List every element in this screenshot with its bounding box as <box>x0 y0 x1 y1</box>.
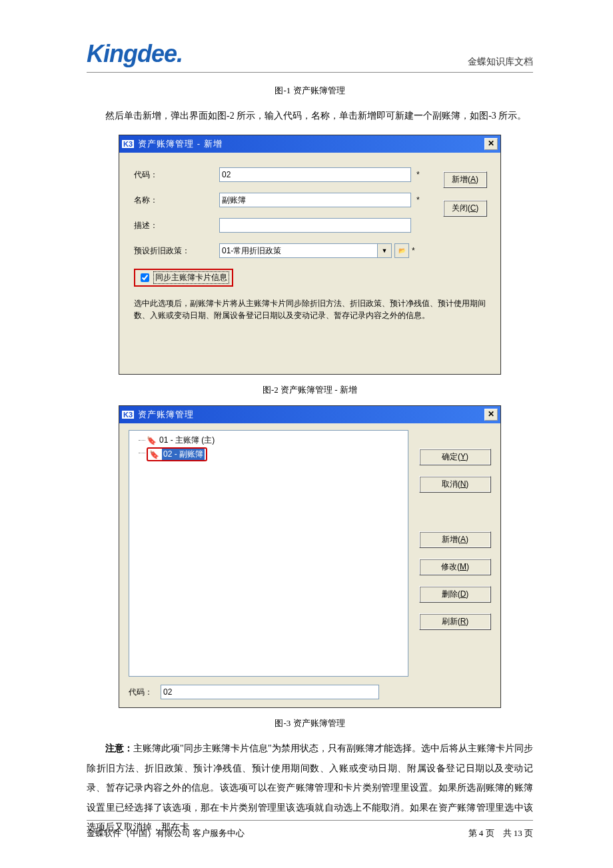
dialog-add-screenshot: K3 资产账簿管理 - 新增 ✕ 代码： * 名称： * 描述： 预设折旧政策： <box>119 135 501 375</box>
tree-item-main[interactable]: 🔖 01 - 主账簿 (主) <box>135 435 402 446</box>
modify-button[interactable]: 修改(M) <box>419 559 491 575</box>
add-button[interactable]: 新增(A) <box>443 171 487 188</box>
sync-checkbox-label: 同步主账簿卡片信息 <box>153 271 229 284</box>
figure-1-caption: 图-1 资产账簿管理 <box>87 85 533 97</box>
footer-company: 金蝶软件（中国）有限公司 客户服务中心 <box>87 827 245 839</box>
policy-input[interactable] <box>219 243 378 258</box>
logo: Kingdee. <box>87 40 183 68</box>
add-button[interactable]: 新增(A) <box>419 531 491 548</box>
dialog2-title: 资产账簿管理 <box>138 409 484 421</box>
tree-item-label: 01 - 主账簿 (主) <box>159 435 215 446</box>
paragraph-2-text: 主账簿此项"同步主账簿卡片信息"为禁用状态，只有副账簿才能选择。选中后将从主账簿… <box>87 743 533 832</box>
ok-button[interactable]: 确定(Y) <box>419 449 491 465</box>
page-footer: 金蝶软件（中国）有限公司 客户服务中心 第 4 页 共 13 页 <box>87 820 533 839</box>
footer-pagenum: 第 4 页 共 13 页 <box>468 827 534 839</box>
close-icon[interactable]: ✕ <box>484 409 498 421</box>
label-desc: 描述： <box>134 220 219 231</box>
cancel-button[interactable]: 取消(N) <box>419 476 491 493</box>
figure-3-caption: 图-3 资产账簿管理 <box>87 717 533 729</box>
page-header: Kingdee. 金蝶知识库文档 <box>87 40 533 73</box>
code-display-input[interactable] <box>161 685 379 699</box>
doc-title: 金蝶知识库文档 <box>468 56 533 68</box>
chevron-down-icon[interactable]: ▼ <box>377 243 392 258</box>
book-icon: 🔖 <box>149 450 159 459</box>
delete-button[interactable]: 删除(D) <box>419 586 491 603</box>
note-label: 注意： <box>105 743 133 753</box>
dialog2-titlebar: K3 资产账簿管理 ✕ <box>119 406 500 423</box>
required-star: * <box>416 195 420 205</box>
required-star: * <box>416 170 420 179</box>
app-icon: K3 <box>122 140 134 148</box>
highlight-box: 🔖 02 - 副账簿 <box>147 447 207 461</box>
dialog1-titlebar: K3 资产账簿管理 - 新增 ✕ <box>119 135 500 153</box>
highlight-box: 同步主账簿卡片信息 <box>134 269 233 287</box>
refresh-button[interactable]: 刷新(R) <box>419 613 491 630</box>
label-code: 代码： <box>134 169 219 181</box>
code-label: 代码： <box>129 687 153 698</box>
paragraph-1: 然后单击新增，弹出界面如图-2 所示，输入代码，名称，单击新增即可新建一个副账簿… <box>87 106 533 125</box>
sync-checkbox-row: 同步主账簿卡片信息 <box>134 269 486 287</box>
tree-item-sub[interactable]: 🔖 02 - 副账簿 <box>135 447 402 461</box>
close-icon[interactable]: ✕ <box>484 138 498 150</box>
policy-combo[interactable]: ▼ 📂 <box>219 243 409 258</box>
close-button[interactable]: 关闭(C) <box>443 200 487 217</box>
sync-note-text: 选中此选项后，副账簿卡片将从主账簿卡片同步除折旧方法、折旧政策、预计净残值、预计… <box>134 297 486 321</box>
page-current: 第 4 页 <box>468 828 494 838</box>
logo-text: Kingdee <box>87 40 177 67</box>
name-input[interactable] <box>219 193 411 207</box>
desc-input[interactable] <box>219 218 411 233</box>
sync-checkbox[interactable] <box>141 273 149 282</box>
browse-icon[interactable]: 📂 <box>394 243 409 258</box>
app-icon: K3 <box>122 411 134 419</box>
tree-panel[interactable]: 🔖 01 - 主账簿 (主) 🔖 02 - 副账簿 <box>129 430 408 677</box>
figure-2-caption: 图-2 资产账簿管理 - 新增 <box>87 384 533 396</box>
page-total: 共 13 页 <box>503 828 534 838</box>
dialog1-title: 资产账簿管理 - 新增 <box>138 138 484 150</box>
code-input[interactable] <box>219 167 411 182</box>
label-policy: 预设折旧政策： <box>134 245 219 257</box>
required-star: * <box>412 246 415 255</box>
dialog-manage-screenshot: K3 资产账簿管理 ✕ 🔖 01 - 主账簿 (主) 🔖 02 - 副账簿 确定… <box>119 405 501 708</box>
book-icon: 🔖 <box>147 436 157 445</box>
tree-item-label-selected: 02 - 副账簿 <box>162 449 205 460</box>
label-name: 名称： <box>134 195 219 206</box>
